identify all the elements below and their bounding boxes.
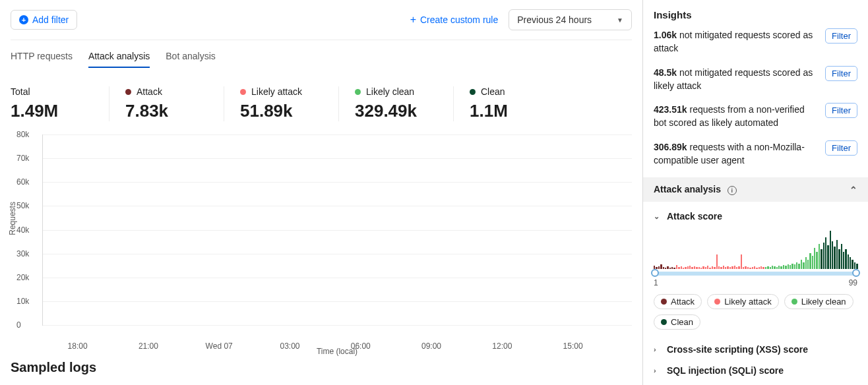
- score-pill-likely-attack[interactable]: Likely attack: [707, 294, 779, 309]
- attack-score-label: Attack score: [667, 211, 722, 222]
- caret-down-icon: ▼: [617, 16, 623, 24]
- histogram-bar: [830, 231, 831, 269]
- dot-icon: [661, 319, 667, 325]
- histogram-bar: [834, 247, 835, 269]
- histogram-bar: [821, 249, 822, 269]
- insight-count: 306.89k: [654, 142, 687, 152]
- histogram-bar: [788, 264, 789, 269]
- add-filter-button[interactable]: + Add filter: [11, 10, 77, 30]
- score-sub-row[interactable]: ›SQL injection (SQLi) score: [654, 360, 857, 381]
- histogram-bar: [796, 262, 797, 269]
- insight-count: 48.5k: [654, 67, 677, 78]
- range-max: 99: [849, 278, 857, 287]
- attack-score-row[interactable]: ⌄ Attack score: [654, 206, 857, 227]
- pill-label: Likely clean: [801, 297, 846, 307]
- pill-label: Likely attack: [724, 297, 772, 307]
- stat-value: 51.89k: [240, 101, 317, 121]
- histogram-bar: [741, 254, 742, 269]
- score-pill-attack[interactable]: Attack: [654, 294, 702, 309]
- histogram-bar: [760, 266, 762, 269]
- score-range-slider[interactable]: [654, 272, 857, 276]
- histogram-bar: [767, 266, 768, 269]
- histogram-bar: [736, 267, 737, 269]
- histogram-bar: [845, 249, 846, 269]
- histogram-bar: [783, 265, 784, 269]
- sub-label: SQL injection (SQLi) score: [667, 365, 784, 376]
- histogram-bar: [671, 267, 673, 269]
- stat-label: Attack: [137, 86, 162, 97]
- insights-list: 1.06k not mitigated requests scored as a…: [654, 28, 857, 167]
- attack-analysis-panel-header[interactable]: Attack analysis i ⌃: [643, 177, 868, 202]
- histogram-bar: [660, 264, 662, 269]
- histogram-bar: [803, 262, 804, 269]
- histogram-bar: [825, 237, 826, 269]
- attack-score-histogram[interactable]: [654, 228, 857, 269]
- score-pill-clean[interactable]: Clean: [654, 314, 700, 330]
- stat-value: 1.1M: [470, 101, 547, 121]
- histogram-bar: [832, 241, 833, 269]
- histogram-bar: [823, 243, 824, 269]
- dot-icon: [661, 299, 667, 305]
- histogram-bar: [848, 254, 849, 269]
- histogram-bar: [774, 266, 775, 269]
- y-tick: 10k: [16, 297, 29, 306]
- histogram-bar: [843, 252, 844, 269]
- histogram-bar: [734, 266, 735, 269]
- histogram-bar: [765, 267, 766, 269]
- histogram-bar: [669, 268, 671, 269]
- score-pill-likely-clean[interactable]: Likely clean: [784, 294, 853, 309]
- time-range-label: Previous 24 hours: [517, 15, 592, 25]
- tab-bot-analysis[interactable]: Bot analysis: [166, 51, 215, 68]
- create-custom-rule-link[interactable]: + Create custom rule: [410, 15, 499, 25]
- histogram-bar: [794, 264, 795, 269]
- insight-row: 423.51k requests from a non-verified bot…: [654, 103, 857, 130]
- insight-filter-button[interactable]: Filter: [825, 66, 857, 81]
- y-tick: 30k: [16, 249, 29, 258]
- score-sub-row[interactable]: ›Remote code execution (RCE) score: [654, 381, 857, 385]
- tab-attack-analysis[interactable]: Attack analysis: [88, 51, 150, 68]
- insight-filter-button[interactable]: Filter: [825, 140, 857, 156]
- histogram-bar: [745, 266, 746, 269]
- histogram-bar: [700, 268, 702, 269]
- chevron-up-icon[interactable]: ⌃: [850, 185, 857, 195]
- sub-label: Cross-site scripting (XSS) score: [667, 344, 808, 355]
- histogram-bar: [707, 266, 708, 269]
- stat-label: Likely clean: [366, 86, 414, 97]
- y-tick: 80k: [16, 130, 29, 139]
- info-icon[interactable]: i: [728, 186, 737, 195]
- histogram-bar: [718, 266, 720, 269]
- dot-icon: [240, 89, 246, 95]
- stat-value: 7.83k: [125, 101, 202, 121]
- score-pills: AttackLikely attackLikely cleanClean: [654, 294, 857, 330]
- histogram-bar: [856, 264, 857, 269]
- histogram-bar: [698, 267, 700, 269]
- chart-area[interactable]: 010k20k30k40k50k60k70k80k: [42, 134, 632, 326]
- insight-filter-button[interactable]: Filter: [825, 103, 857, 118]
- histogram-bar: [709, 268, 710, 269]
- score-sub-row[interactable]: ›Cross-site scripting (XSS) score: [654, 339, 857, 360]
- dot-icon: [355, 89, 361, 95]
- time-range-selector[interactable]: Previous 24 hours ▼: [509, 9, 632, 30]
- range-labels: 1 99: [654, 278, 857, 287]
- slider-knob-min[interactable]: [651, 269, 659, 277]
- histogram-bar: [683, 268, 684, 269]
- requests-chart: Requests 010k20k30k40k50k60k70k80k 18:00…: [11, 134, 632, 356]
- insight-filter-button[interactable]: Filter: [825, 28, 857, 44]
- histogram-bar: [725, 267, 726, 269]
- insight-row: 48.5k not mitigated requests scored as l…: [654, 66, 857, 93]
- histogram-bar: [816, 252, 817, 269]
- histogram-bar: [772, 266, 773, 269]
- tab-http-requests[interactable]: HTTP requests: [11, 51, 73, 68]
- histogram-bar: [762, 267, 764, 269]
- stat-clean: Clean1.1M: [470, 86, 569, 121]
- stat-likely-attack: Likely attack51.89k: [240, 86, 339, 121]
- histogram-bar: [673, 268, 675, 269]
- insight-text: not mitigated requests scored as attack: [654, 30, 813, 53]
- slider-knob-max[interactable]: [852, 269, 860, 277]
- histogram-bar: [819, 244, 820, 269]
- histogram-bar: [658, 266, 660, 269]
- insight-count: 423.51k: [654, 104, 687, 115]
- histogram-bar: [676, 265, 677, 269]
- histogram-bar: [743, 267, 744, 269]
- histogram-bar: [689, 266, 691, 269]
